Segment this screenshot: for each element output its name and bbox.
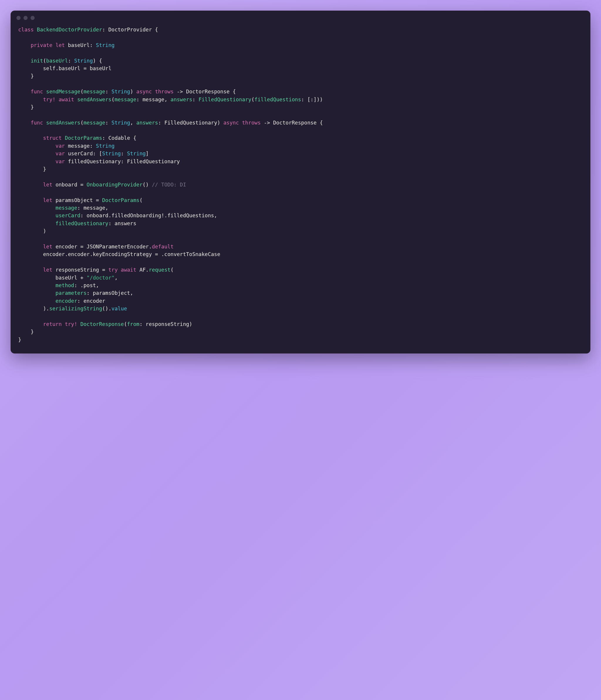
source-code[interactable]: class BackendDoctorProvider: DoctorProvi… (10, 21, 591, 353)
traffic-light-zoom-icon[interactable] (30, 16, 35, 20)
traffic-light-close-icon[interactable] (17, 16, 21, 20)
code-window: class BackendDoctorProvider: DoctorProvi… (10, 10, 591, 353)
window-titlebar (10, 10, 591, 21)
traffic-light-minimize-icon[interactable] (24, 16, 28, 20)
